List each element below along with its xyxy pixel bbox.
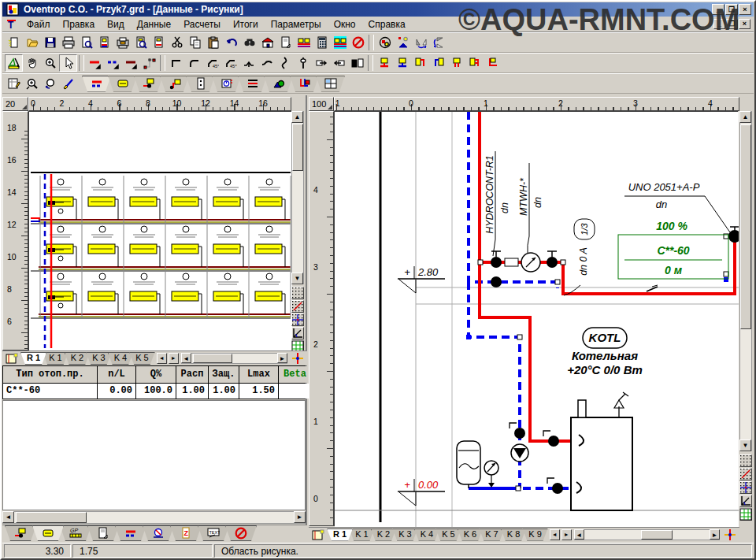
menu-окно[interactable]: Окно [328, 17, 362, 32]
print-data-button[interactable] [95, 34, 113, 51]
data-editor-button[interactable] [5, 75, 23, 92]
left-horizontal-mini-scrollbar[interactable]: ◄ ► [181, 353, 287, 364]
print-preview-button[interactable] [77, 34, 95, 51]
grid-axes-button[interactable] [739, 481, 752, 494]
menu-вид[interactable]: Вид [101, 17, 131, 32]
table-empty-area[interactable] [2, 400, 306, 510]
pipe-other-button[interactable] [122, 54, 140, 72]
undo-button[interactable] [222, 34, 240, 51]
sheet-tab-k-3[interactable]: K 3 [392, 528, 418, 541]
building-structure-button[interactable] [258, 34, 276, 51]
find-button[interactable] [240, 34, 258, 51]
paste-button[interactable] [204, 34, 222, 51]
child-restore-button[interactable]: ❐ [726, 19, 738, 29]
fitting-insert-right-button[interactable] [312, 54, 330, 72]
tab-scroll-right-button[interactable]: ► [561, 529, 572, 540]
drawing-canvas-plan[interactable] [28, 111, 291, 350]
pipe-polyline-button[interactable] [140, 54, 158, 72]
menu-данные[interactable]: Данные [131, 17, 177, 32]
tab-shapes-tab[interactable] [264, 76, 293, 92]
menu-итоги[interactable]: Итоги [227, 17, 265, 32]
sheet-tab-k-2[interactable]: K 2 [371, 528, 397, 541]
radiator-conn-return-button[interactable] [393, 54, 411, 72]
tool-zoom-window-button[interactable] [41, 54, 59, 72]
table-cell[interactable]: C**-60 [3, 384, 97, 399]
pipe-return-button[interactable] [104, 54, 122, 72]
table-cell[interactable]: 1.50 [239, 384, 278, 399]
fitting-crossover-button[interactable] [258, 54, 276, 72]
scroll-down-button[interactable]: ▼ [739, 439, 751, 451]
scroll-left-button[interactable]: ◄ [2, 511, 14, 523]
sheet-tab-k-1[interactable]: K 1 [349, 528, 375, 541]
grid-cells-small-button[interactable] [739, 508, 752, 521]
menu-правка[interactable]: Правка [57, 17, 102, 32]
scroll-right-button[interactable]: ► [294, 511, 306, 523]
scrollbar-thumb[interactable] [740, 124, 751, 329]
flip-vertical-button[interactable] [430, 34, 448, 51]
menu-расчеты[interactable]: Расчеты [177, 17, 227, 32]
mode-text-tab[interactable]: TEXT [198, 525, 229, 541]
scroll-down-button[interactable]: ▼ [291, 273, 303, 284]
menu-файл[interactable]: Файл [20, 17, 57, 32]
close-button[interactable]: × [739, 4, 751, 15]
copy-button[interactable] [186, 34, 204, 51]
tab-scroll-left-button[interactable]: ◄ [550, 529, 560, 540]
cancel-button[interactable] [349, 34, 367, 51]
sheet-tab-k-8[interactable]: K 8 [501, 528, 527, 541]
zoom-undo-button[interactable] [41, 75, 59, 92]
tab-grid-cells-tab[interactable] [316, 76, 345, 92]
sheet-tab-k-7[interactable]: K 7 [479, 528, 505, 541]
tab-pipes-tab[interactable] [82, 76, 111, 92]
sheet-tab-r-1[interactable]: R 1 [20, 352, 46, 365]
tab-scroll-right-button[interactable]: ► [169, 353, 179, 364]
left-horizontal-scrollbar[interactable]: ◄ ► [2, 511, 306, 524]
sheet-tab-k-4[interactable]: K 4 [414, 528, 440, 541]
table-cell[interactable]: 0.00 [98, 384, 135, 399]
sketch-shapes-button[interactable] [394, 34, 412, 51]
tab-lines-tab[interactable] [238, 76, 267, 92]
tab-radiators-tab[interactable] [108, 76, 137, 92]
mode-blocked-tab[interactable] [225, 525, 257, 541]
table-cell[interactable] [279, 384, 311, 399]
menu-справка[interactable]: Справка [362, 17, 412, 32]
scroll-right-button[interactable]: ► [277, 353, 287, 363]
tool-select-button[interactable] [59, 54, 77, 72]
tool-draw-button[interactable] [5, 54, 23, 72]
sheet-list-icon[interactable] [4, 351, 20, 365]
sheet-tab-r-1[interactable]: R 1 [327, 528, 353, 541]
radiator-conn-top-button[interactable] [447, 54, 465, 72]
scroll-up-button[interactable]: ▲ [739, 111, 751, 123]
sheet-tab-k-2[interactable]: K 2 [65, 352, 91, 365]
right-vertical-scrollbar[interactable]: ▲ ▼ [739, 111, 752, 451]
menu-параметры[interactable]: Параметры [265, 17, 328, 32]
table-cell[interactable]: 100.0 [136, 384, 176, 399]
table-cell[interactable]: 1.00 [209, 384, 239, 399]
tab-sockets-tab[interactable] [186, 76, 215, 92]
sheet-tab-k-4[interactable]: K 4 [108, 352, 134, 365]
page-layout-button[interactable] [276, 34, 295, 51]
right-horizontal-mini-scrollbar[interactable]: ◄ ► [574, 529, 720, 540]
sheet-tab-k-5[interactable]: K 5 [129, 352, 155, 365]
scroll-left-button[interactable]: ◄ [181, 353, 191, 363]
radiator-conn-right-button[interactable] [411, 54, 429, 72]
save-file-button[interactable] [41, 34, 59, 51]
radiator-conn-supply-button[interactable] [375, 54, 393, 72]
scroll-left-button[interactable]: ◄ [574, 529, 584, 540]
axis-cross-icon[interactable] [722, 528, 738, 542]
radiator-conn-right-alt-button[interactable] [465, 54, 484, 72]
fitting-arc-button[interactable] [185, 54, 203, 72]
radiator-table-button[interactable] [295, 34, 313, 51]
plot-drawing-button[interactable] [113, 34, 132, 51]
tool-pan-button[interactable] [23, 54, 41, 72]
open-file-button[interactable] [23, 34, 41, 51]
grid-dots-button[interactable] [291, 287, 304, 299]
calculator-button[interactable] [313, 34, 331, 51]
radiator-conn-corner-button[interactable] [484, 54, 502, 72]
scroll-right-button[interactable]: ► [710, 529, 720, 540]
tab-radiator-valves-tab[interactable] [160, 76, 189, 92]
restore-button[interactable]: ❐ [725, 4, 738, 15]
fitting-corner-button[interactable] [167, 54, 185, 72]
preview-drawing-button[interactable] [132, 34, 150, 51]
left-ruler-origin[interactable]: 20 [2, 97, 28, 111]
repaint-brush-button[interactable] [59, 75, 77, 92]
